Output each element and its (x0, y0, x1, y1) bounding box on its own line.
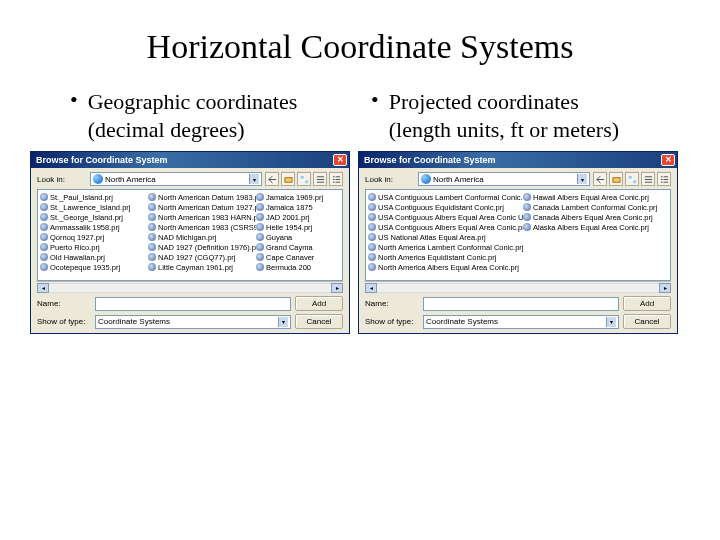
list-item-label: USA Contiguous Albers Equal Area Conic.p… (378, 223, 523, 232)
file-list[interactable]: St._Paul_Island.prjSt._Lawrence_Island.p… (37, 189, 343, 281)
list-item[interactable]: USA Contiguous Equidistant Conic.prj (368, 202, 523, 212)
list-view-button[interactable] (641, 172, 655, 186)
cancel-button[interactable]: Cancel (623, 314, 671, 329)
list-item[interactable]: North American Datum 1983.prj (148, 192, 256, 202)
list-item[interactable]: Ocotepeque 1935.prj (40, 262, 148, 272)
up-one-level-button[interactable] (265, 172, 279, 186)
list-item[interactable]: Bermuda 200 (256, 262, 343, 272)
list-item-label: Qornoq 1927.prj (50, 233, 104, 242)
list-item[interactable]: Puerto Rico.prj (40, 242, 148, 252)
globe-icon (256, 253, 264, 261)
list-item-label: USA Contiguous Albers Equal Area Conic U… (378, 213, 523, 222)
lookin-dropdown[interactable]: North America ▾ (418, 172, 590, 186)
globe-icon (40, 233, 48, 241)
list-item-label: JAD 2001.prj (266, 213, 309, 222)
list-item-label: Grand Cayma (266, 243, 313, 252)
name-field[interactable] (95, 297, 291, 311)
list-item[interactable]: NAD 1927 (CGQ77).prj (148, 252, 256, 262)
list-item[interactable]: North America Lambert Conformal Conic.pr… (368, 242, 523, 252)
close-icon[interactable]: ✕ (333, 154, 347, 166)
list-item[interactable]: NAD 1927 (Definition 1976).prj (148, 242, 256, 252)
list-item[interactable]: Alaska Albers Equal Area Conic.prj (523, 222, 671, 232)
scroll-left-arrow[interactable]: ◂ (365, 283, 377, 293)
list-item[interactable]: US National Atlas Equal Area.prj (368, 232, 523, 242)
list-item[interactable]: USA Contiguous Albers Equal Area Conic U… (368, 212, 523, 222)
globe-icon (368, 233, 376, 241)
list-item[interactable]: Grand Cayma (256, 242, 343, 252)
list-item[interactable]: Hawaii Albers Equal Area Conic.prj (523, 192, 671, 202)
globe-icon (368, 213, 376, 221)
new-group-button[interactable] (297, 172, 311, 186)
list-item-label: Guyana (266, 233, 292, 242)
name-label: Name: (37, 299, 91, 308)
type-dropdown[interactable]: Coordinate Systems ▾ (423, 315, 619, 329)
list-item[interactable]: Helle 1954.prj (256, 222, 343, 232)
list-item[interactable]: Qornoq 1927.prj (40, 232, 148, 242)
dialog-title-bar[interactable]: Browse for Coordinate System ✕ (359, 152, 677, 168)
add-button[interactable]: Add (623, 296, 671, 311)
new-group-button[interactable] (625, 172, 639, 186)
list-item-label: Canada Albers Equal Area Conic.prj (533, 213, 653, 222)
details-view-button[interactable] (329, 172, 343, 186)
list-item-label: North American Datum 1983.prj (158, 193, 256, 202)
chevron-down-icon[interactable]: ▾ (606, 317, 616, 327)
list-item[interactable]: Canada Albers Equal Area Conic.prj (523, 212, 671, 222)
name-field[interactable] (423, 297, 619, 311)
globe-icon (148, 263, 156, 271)
list-item-label: NAD Michigan.prj (158, 233, 216, 242)
globe-icon (368, 263, 376, 271)
list-item[interactable]: Guyana (256, 232, 343, 242)
list-item-label: NAD 1927 (Definition 1976).prj (158, 243, 256, 252)
globe-icon (40, 203, 48, 211)
connect-folder-button[interactable] (609, 172, 623, 186)
list-item[interactable]: Jamaica 1969.prj (256, 192, 343, 202)
list-item-label: North America Equidistant Conic.prj (378, 253, 496, 262)
cancel-button[interactable]: Cancel (295, 314, 343, 329)
close-icon[interactable]: ✕ (661, 154, 675, 166)
horizontal-scrollbar[interactable]: ◂ ▸ (37, 281, 343, 293)
list-item[interactable]: USA Contiguous Albers Equal Area Conic.p… (368, 222, 523, 232)
list-item[interactable]: North American Datum 1927.prj (148, 202, 256, 212)
list-item[interactable]: St._Lawrence_Island.prj (40, 202, 148, 212)
list-item[interactable]: St._George_Island.prj (40, 212, 148, 222)
list-item-label: Jamaica 1969.prj (266, 193, 323, 202)
list-item[interactable]: Ammassalik 1958.prj (40, 222, 148, 232)
type-label: Show of type: (37, 317, 91, 326)
list-item[interactable]: Little Cayman 1961.prj (148, 262, 256, 272)
type-value: Coordinate Systems (98, 317, 170, 326)
dialog-title-bar[interactable]: Browse for Coordinate System ✕ (31, 152, 349, 168)
details-view-button[interactable] (657, 172, 671, 186)
chevron-down-icon[interactable]: ▾ (278, 317, 288, 327)
list-item[interactable]: NAD Michigan.prj (148, 232, 256, 242)
scroll-left-arrow[interactable]: ◂ (37, 283, 49, 293)
scroll-right-arrow[interactable]: ▸ (331, 283, 343, 293)
list-item-label: St._Lawrence_Island.prj (50, 203, 130, 212)
list-item[interactable]: JAD 2001.prj (256, 212, 343, 222)
globe-icon (256, 263, 264, 271)
globe-icon (40, 223, 48, 231)
chevron-down-icon[interactable]: ▾ (249, 174, 259, 184)
add-button[interactable]: Add (295, 296, 343, 311)
file-list[interactable]: USA Contiguous Lambert Conformal Conic.p… (365, 189, 671, 281)
list-item[interactable]: North American 1983 (CSRS98).prj (148, 222, 256, 232)
connect-folder-button[interactable] (281, 172, 295, 186)
list-item[interactable]: North America Albers Equal Area Conic.pr… (368, 262, 523, 272)
globe-icon (368, 243, 376, 251)
list-item[interactable]: Canada Lambert Conformal Conic.prj (523, 202, 671, 212)
scroll-right-arrow[interactable]: ▸ (659, 283, 671, 293)
list-item[interactable]: Old Hawaiian.prj (40, 252, 148, 262)
bullet-columns: • Geographic coordinates (decimal degree… (0, 78, 720, 151)
type-dropdown[interactable]: Coordinate Systems ▾ (95, 315, 291, 329)
list-item[interactable]: North America Equidistant Conic.prj (368, 252, 523, 262)
list-item[interactable]: USA Contiguous Lambert Conformal Conic.p… (368, 192, 523, 202)
lookin-dropdown[interactable]: North America ▾ (90, 172, 262, 186)
list-item[interactable]: Cape Canaver (256, 252, 343, 262)
list-item-label: NAD 1927 (CGQ77).prj (158, 253, 236, 262)
list-item[interactable]: North American 1983 HARN.prj (148, 212, 256, 222)
up-one-level-button[interactable] (593, 172, 607, 186)
list-view-button[interactable] (313, 172, 327, 186)
list-item[interactable]: Jamaica 1875 (256, 202, 343, 212)
horizontal-scrollbar[interactable]: ◂ ▸ (365, 281, 671, 293)
chevron-down-icon[interactable]: ▾ (577, 174, 587, 184)
list-item[interactable]: St._Paul_Island.prj (40, 192, 148, 202)
